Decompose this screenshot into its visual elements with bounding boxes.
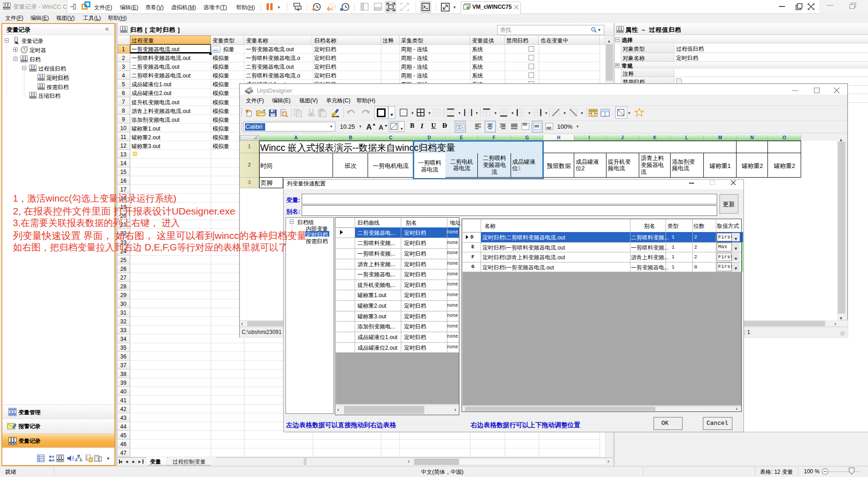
svg-text:A: A — [379, 124, 383, 131]
svg-text:2.: 2. — [86, 458, 88, 460]
svg-text:A: A — [366, 123, 372, 131]
